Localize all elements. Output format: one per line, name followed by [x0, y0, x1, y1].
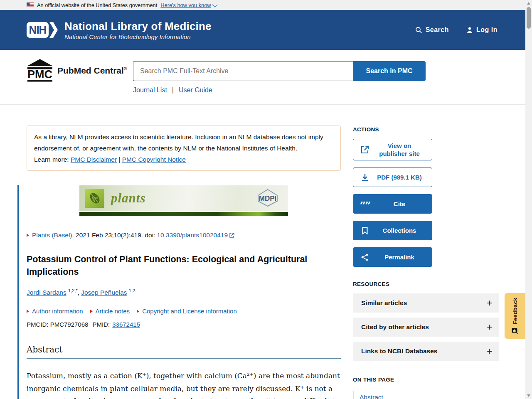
nlm-title: National Library of Medicine — [64, 20, 212, 32]
pmcid-label: PMCID: — [27, 321, 50, 328]
citation-line: Plants (Basel) . 2021 Feb 23;10(2):419. … — [27, 232, 341, 239]
pdf-download-button[interactable]: PDF (989.1 KB) — [353, 167, 432, 187]
article-left-rail — [17, 185, 19, 399]
user-guide-link[interactable]: User Guide — [179, 86, 212, 94]
similar-articles-accordion[interactable]: Similar articles + — [353, 293, 499, 313]
sidebar: ACTIONS View on publisher site — [353, 126, 499, 399]
plus-icon: + — [487, 321, 493, 333]
on-this-page-list: Abstract — [353, 391, 499, 399]
scrollbar-up-arrow[interactable] — [527, 2, 530, 5]
chevron-down-icon — [212, 2, 217, 7]
external-link-icon — [359, 145, 371, 154]
article-notes-link[interactable]: Article notes — [90, 308, 130, 315]
pmc-header: PMC PubMed Central® Search in PMC Journa… — [0, 50, 525, 105]
heres-how-link[interactable]: Here's how you know — [160, 2, 216, 8]
view-on-publisher-button[interactable]: View on publisher site — [353, 139, 432, 160]
author-affiliations: 1,2,* — [68, 288, 78, 293]
link-separator: | — [172, 86, 174, 94]
triangle-marker-icon — [27, 310, 29, 313]
pmc-header-links: Journal List | User Guide — [133, 86, 212, 94]
learn-more-label: Learn more: — [34, 156, 71, 163]
actions-heading: ACTIONS — [353, 126, 499, 133]
ncbi-links-accordion[interactable]: Links to NCBI Databases + — [353, 342, 499, 361]
article-meta-links: Author information Article notes Copyrig… — [27, 308, 341, 315]
feedback-chart-icon — [512, 328, 518, 334]
pmcid-value: PMC7927068 — [50, 321, 89, 328]
pmc-wordmark: PubMed Central® — [57, 66, 127, 76]
feedback-label: Feedback — [512, 298, 518, 325]
usa-gov-banner: An official website of the United States… — [0, 0, 525, 10]
nlm-titles: National Library of Medicine National Ce… — [64, 20, 212, 40]
article-title: Potassium Control of Plant Functions: Ec… — [27, 253, 318, 278]
search-in-pmc-button[interactable]: Search in PMC — [353, 61, 426, 81]
nlm-disclaimer-box: As a library, NLM provides access to sci… — [27, 126, 341, 171]
journal-list-link[interactable]: Journal List — [133, 86, 167, 94]
header-search-button[interactable]: Search — [415, 26, 449, 34]
author-affiliations: 1,2 — [129, 288, 135, 293]
journal-banner-image: plants MDPI — [79, 185, 288, 216]
cite-button[interactable]: ”” Cite — [353, 194, 432, 214]
nih-logo[interactable]: NIH National Library of Medicine Nationa… — [27, 20, 212, 40]
action-buttons: View on publisher site PDF (989.1 KB) ”” — [353, 139, 432, 267]
doi-link[interactable]: 10.3390/plants10020419 — [157, 232, 228, 239]
us-flag-icon — [27, 2, 34, 7]
disclaimer-text: As a library, NLM provides access to sci… — [34, 133, 323, 152]
pmid-link[interactable]: 33672415 — [112, 321, 140, 328]
copyright-license-link[interactable]: Copyright and License information — [137, 308, 237, 315]
pmc-logo[interactable]: PMC PubMed Central® — [27, 59, 127, 82]
quote-icon: ”” — [359, 202, 371, 206]
plus-icon: + — [487, 345, 493, 357]
on-this-page-heading: ON THIS PAGE — [353, 377, 499, 383]
author-information-link[interactable]: Author information — [27, 308, 83, 315]
nih-header: NIH National Library of Medicine Nationa… — [0, 10, 525, 50]
pmc-article-page: An official website of the United States… — [0, 0, 532, 399]
pmc-building-icon: PMC — [27, 59, 53, 82]
main-content: As a library, NLM provides access to sci… — [0, 105, 525, 399]
person-icon — [466, 27, 473, 33]
journal-banner-band: plants MDPI — [79, 185, 288, 211]
login-button[interactable]: Log in — [466, 26, 498, 34]
pmc-search-form: Search in PMC — [133, 61, 426, 81]
search-icon — [415, 27, 422, 34]
pmc-search-input[interactable] — [133, 61, 353, 81]
on-this-page-abstract-link[interactable]: Abstract — [360, 394, 383, 399]
triangle-marker-icon — [137, 310, 139, 313]
bookmark-icon — [359, 227, 371, 235]
scrollbar-down-arrow[interactable] — [527, 394, 530, 397]
triangle-marker-icon — [90, 310, 93, 313]
disclaimer-links-line: Learn more: PMC Disclaimer | PMC Copyrig… — [34, 154, 333, 165]
resources-accordions: Similar articles + Cited by other articl… — [353, 293, 499, 361]
author-separator: , — [78, 289, 81, 296]
disclaimer-separator: | — [117, 156, 122, 163]
plus-icon: + — [487, 297, 493, 309]
scrollbar-thumb[interactable] — [527, 7, 531, 29]
external-link-icon — [229, 233, 234, 238]
download-icon — [359, 173, 371, 182]
nih-chevron-icon — [49, 22, 58, 38]
abstract-paragraph: Potassium, mostly as a cation (K⁺), toge… — [27, 369, 341, 399]
page-scrollbar[interactable] — [525, 0, 532, 399]
collections-button[interactable]: Collections — [353, 221, 432, 240]
plants-leaf-icon — [85, 189, 104, 208]
citation-text: . 2021 Feb 23;10(2):419. doi: — [72, 232, 155, 239]
author-link[interactable]: Josep Peñuelas — [81, 289, 127, 296]
pmc-copyright-link[interactable]: PMC Copyright Notice — [122, 156, 186, 163]
permalink-button[interactable]: Permalink — [353, 247, 432, 267]
svg-text:PMC: PMC — [27, 68, 52, 81]
share-icon — [359, 253, 371, 261]
mdpi-logo: MDPI — [253, 188, 282, 209]
article-ids: PMCID: PMC7927068PMID: 33672415 — [27, 321, 341, 328]
ncbi-subtitle: National Center for Biotechnology Inform… — [64, 33, 212, 40]
nih-logo-acronym: NIH — [27, 22, 49, 38]
abstract-heading: Abstract — [27, 345, 341, 359]
feedback-button[interactable]: Feedback — [505, 293, 525, 339]
pmc-disclaimer-link[interactable]: PMC Disclaimer — [71, 156, 117, 163]
nih-header-nav: Search Log in — [415, 26, 498, 34]
triangle-marker-icon — [27, 234, 29, 237]
pmid-label: PMID: — [92, 321, 111, 328]
cited-by-accordion[interactable]: Cited by other articles + — [353, 318, 499, 337]
author-link[interactable]: Jordi Sardans — [27, 289, 66, 296]
svg-text:MDPI: MDPI — [259, 195, 277, 202]
journal-name: plants — [111, 191, 146, 206]
journal-link[interactable]: Plants (Basel) — [32, 232, 72, 239]
